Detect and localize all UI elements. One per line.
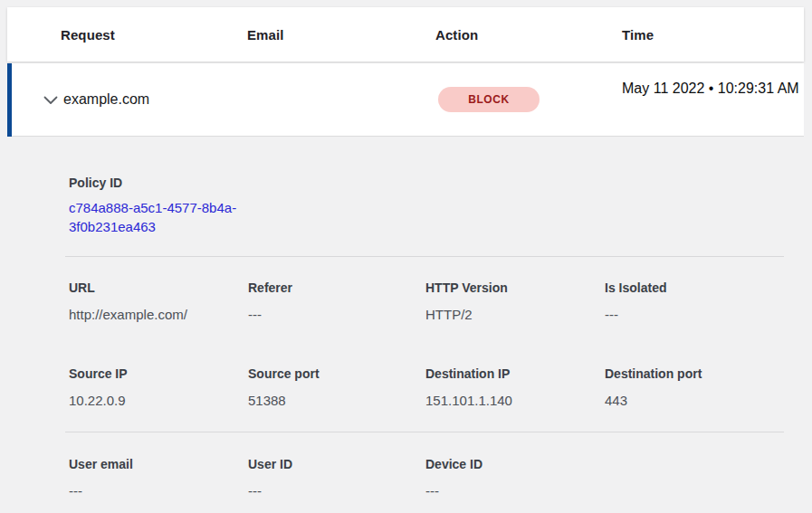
field-value: http://example.com/ xyxy=(69,307,248,322)
field: Destination IP 151.101.1.140 xyxy=(425,366,605,408)
field-label: URL xyxy=(69,280,248,295)
column-header-request: Request xyxy=(61,27,115,43)
chevron-down-icon xyxy=(43,96,58,105)
policy-id-label: Policy ID xyxy=(69,176,122,190)
field-label: Destination port xyxy=(605,366,794,381)
field-label: HTTP Version xyxy=(425,280,605,295)
row-details-panel: Policy ID c784a888-a5c1-4577-8b4a-3f0b23… xyxy=(7,137,812,513)
time-cell: May 11 2022 • 10:29:31 AM xyxy=(622,78,803,100)
field-label: User ID xyxy=(248,457,425,471)
field-value: 51388 xyxy=(248,393,425,408)
field-label: Is Isolated xyxy=(605,280,794,295)
field-label: Device ID xyxy=(425,457,605,471)
field-label: User email xyxy=(69,457,248,471)
log-table-card: Request Email Action Time example.com BL… xyxy=(7,7,804,513)
column-header-action: Action xyxy=(435,27,478,43)
field: HTTP Version HTTP/2 xyxy=(425,280,605,322)
divider xyxy=(65,256,784,257)
field-value: 10.22.0.9 xyxy=(69,393,248,408)
field: Is Isolated --- xyxy=(605,280,794,322)
field: Referer --- xyxy=(248,280,425,322)
divider xyxy=(65,432,784,432)
field: Device ID --- xyxy=(425,457,605,499)
field-label: Source IP xyxy=(69,366,248,381)
table-header: Request Email Action Time xyxy=(7,7,804,62)
field-label: Referer xyxy=(248,280,425,295)
table-row[interactable]: example.com BLOCK May 11 2022 • 10:29:31… xyxy=(7,63,804,137)
field-value: --- xyxy=(605,307,794,322)
field: Source port 51388 xyxy=(248,366,425,408)
policy-id-link[interactable]: c784a888-a5c1-4577-8b4a-3f0b231ea463 xyxy=(69,198,250,236)
field-value: HTTP/2 xyxy=(425,307,605,322)
field: User ID --- xyxy=(248,457,425,499)
field-value: --- xyxy=(248,483,425,499)
action-badge: BLOCK xyxy=(438,87,540,112)
field-value: --- xyxy=(248,307,425,322)
field xyxy=(605,457,794,499)
network-fields-grid: Source IP 10.22.0.9 Source port 51388 De… xyxy=(69,366,794,408)
request-cell: example.com xyxy=(63,63,149,136)
http-fields-grid: URL http://example.com/ Referer --- HTTP… xyxy=(69,280,794,322)
field-value: 151.101.1.140 xyxy=(425,393,605,408)
row-expand-toggle[interactable] xyxy=(38,90,63,110)
column-header-time: Time xyxy=(622,27,654,43)
field: Source IP 10.22.0.9 xyxy=(69,366,248,408)
column-header-email: Email xyxy=(247,27,284,43)
field: User email --- xyxy=(69,457,248,499)
field-value: --- xyxy=(69,483,248,499)
field-label: Source port xyxy=(248,366,425,381)
field: URL http://example.com/ xyxy=(69,280,248,322)
field-value: 443 xyxy=(605,393,794,408)
field: Destination port 443 xyxy=(605,366,794,408)
field-label: Destination IP xyxy=(425,366,605,381)
field-value: --- xyxy=(425,483,605,499)
user-fields-grid: User email --- User ID --- Device ID --- xyxy=(69,457,794,499)
